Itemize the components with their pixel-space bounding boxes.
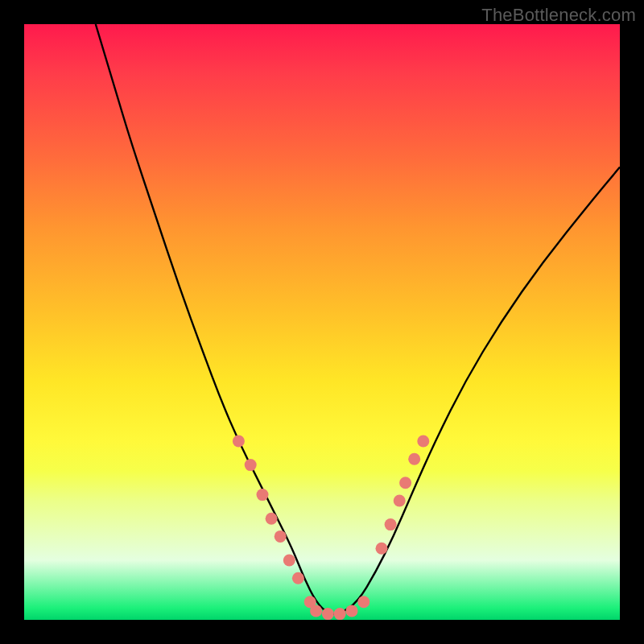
curve-marker	[346, 605, 358, 617]
curve-markers	[233, 436, 429, 621]
curve-marker	[417, 436, 429, 448]
bottleneck-curve-svg	[24, 24, 620, 620]
curve-marker	[394, 495, 406, 507]
curve-marker	[385, 518, 397, 530]
curve-marker	[245, 459, 257, 471]
curve-marker	[408, 453, 420, 465]
bottleneck-curve-path	[96, 24, 620, 614]
curve-marker	[376, 543, 388, 555]
curve-marker	[334, 608, 346, 620]
plot-area	[24, 24, 620, 620]
watermark-text: TheBottleneck.com	[481, 5, 636, 26]
curve-marker	[292, 572, 304, 584]
chart-frame: TheBottleneck.com	[0, 0, 644, 644]
curve-marker	[266, 513, 278, 525]
curve-marker	[322, 608, 334, 620]
curve-marker	[275, 530, 287, 543]
curve-marker	[257, 489, 269, 501]
curve-marker	[399, 477, 411, 489]
curve-marker	[357, 596, 369, 608]
curve-marker	[310, 605, 322, 617]
curve-marker	[283, 555, 295, 567]
curve-marker	[233, 436, 245, 448]
